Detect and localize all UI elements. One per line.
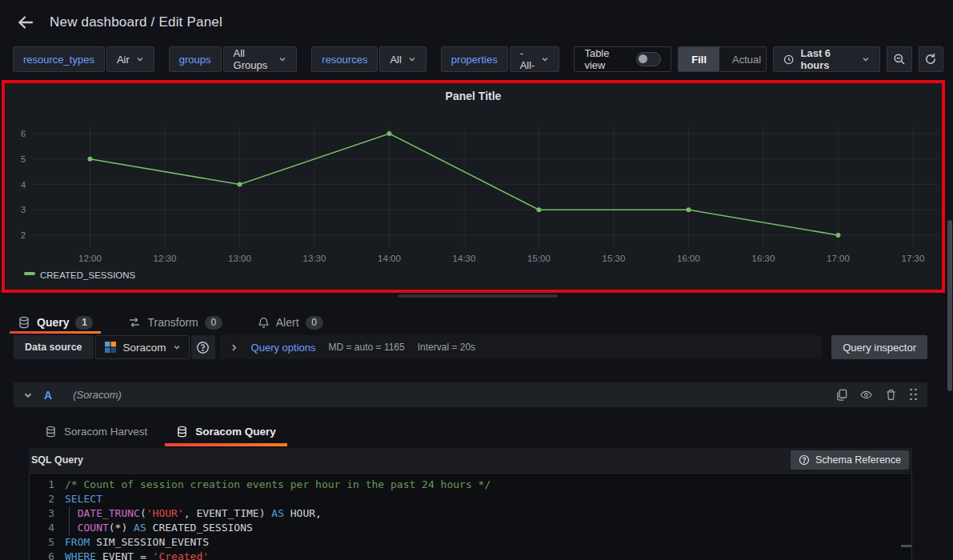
- datasource-name: Soracom: [123, 342, 166, 354]
- toggle-switch[interactable]: [636, 52, 661, 66]
- grafana-edit-panel-screen: New dashboard / Edit Panel resource_type…: [0, 0, 953, 560]
- svg-text:15:00: 15:00: [527, 254, 551, 263]
- filter-label-resources[interactable]: resources: [311, 46, 378, 72]
- svg-text:16:30: 16:30: [752, 254, 775, 263]
- magnifier-minus-icon: [893, 53, 906, 66]
- svg-text:2: 2: [21, 230, 26, 240]
- zoom-out-button[interactable]: [887, 46, 911, 72]
- svg-text:6: 6: [21, 129, 26, 138]
- datasource-help-button[interactable]: [191, 335, 215, 359]
- refresh-icon: [924, 53, 937, 66]
- question-circle-icon: [799, 454, 810, 466]
- query-options-link[interactable]: Query options: [251, 342, 316, 354]
- subtab-soracom-query[interactable]: Soracom Query: [165, 419, 287, 443]
- svg-text:14:30: 14:30: [453, 254, 476, 263]
- query-ref-id[interactable]: A: [44, 389, 52, 402]
- filter-label-properties[interactable]: properties: [441, 46, 508, 72]
- svg-text:16:00: 16:00: [677, 254, 700, 263]
- max-data-points-text: MD = auto = 1165: [329, 342, 405, 353]
- indent-guide: [69, 506, 70, 535]
- filter-properties: properties -All-: [441, 46, 560, 72]
- sql-query-header: SQL Query Schema Reference: [29, 448, 912, 472]
- database-icon: [18, 316, 30, 329]
- interval-text: Interval = 20s: [418, 342, 475, 353]
- chevron-down-icon: [408, 55, 416, 63]
- svg-text:5: 5: [21, 154, 26, 164]
- tab-alert[interactable]: Alert 0: [253, 314, 328, 331]
- query-editor-subtabs: Soracom Harvest Soracom Query: [34, 419, 287, 446]
- bell-icon: [258, 317, 270, 329]
- line-numbers: 123456: [30, 474, 54, 560]
- toggle-knob: [639, 54, 647, 63]
- time-range-picker[interactable]: Last 6 hours: [773, 46, 880, 72]
- query-inspector-button[interactable]: Query inspector: [831, 335, 927, 359]
- drag-handle-icon[interactable]: [910, 389, 918, 402]
- tab-transform[interactable]: Transform 0: [123, 314, 226, 331]
- duplicate-query-icon[interactable]: [835, 389, 847, 401]
- datasource-picker[interactable]: Soracom: [95, 335, 190, 359]
- arrow-left-icon: [17, 14, 34, 31]
- refresh-button[interactable]: [919, 46, 943, 72]
- svg-text:13:00: 13:00: [228, 254, 251, 263]
- delete-query-trash-icon[interactable]: [885, 389, 897, 401]
- database-icon: [45, 426, 57, 438]
- filter-resource-types: resource_types Air: [13, 46, 154, 72]
- filter-value-resource-types[interactable]: Air: [106, 46, 154, 72]
- chevron-down-icon: [136, 55, 144, 63]
- active-tab-underline: [10, 331, 101, 334]
- query-row-a: A (Soracom): [14, 382, 927, 407]
- timeseries-chart: 6543212:0012:3013:0013:3014:0014:3015:00…: [5, 83, 942, 290]
- toolbar: resource_types Air groups All Groups res…: [13, 46, 943, 73]
- datasource-row: Data source Soracom Query options MD = a…: [14, 335, 927, 359]
- code-line: SELECT: [65, 492, 491, 506]
- actual-button[interactable]: Actual: [719, 47, 767, 71]
- svg-text:12:30: 12:30: [154, 254, 177, 263]
- panel-resize-handle[interactable]: [398, 294, 558, 298]
- svg-text:12:00: 12:00: [78, 254, 102, 263]
- subtab-soracom-harvest[interactable]: Soracom Harvest: [34, 419, 158, 443]
- filter-value-resources[interactable]: All: [379, 46, 426, 72]
- view-mode-switch: Fill Actual: [678, 46, 767, 72]
- code-area[interactable]: /* Count of session creation events per …: [54, 474, 491, 560]
- filter-resources: resources All: [311, 46, 426, 72]
- query-count-badge: 1: [75, 316, 93, 330]
- filter-value-properties[interactable]: -All-: [510, 46, 560, 72]
- sql-code-editor[interactable]: 123456 /* Count of session creation even…: [29, 473, 912, 560]
- editor-scrollbar[interactable]: [901, 545, 912, 547]
- transform-icon: [128, 316, 141, 329]
- fill-button[interactable]: Fill: [679, 47, 719, 71]
- active-subtab-underline: [165, 443, 287, 446]
- hide-query-eye-icon[interactable]: [860, 389, 872, 401]
- tab-query[interactable]: Query 1: [13, 314, 98, 331]
- svg-text:17:30: 17:30: [902, 254, 925, 263]
- code-line: DATE_TRUNC('HOUR', EVENT_TIME) AS HOUR,: [65, 506, 491, 521]
- page-title: New dashboard / Edit Panel: [50, 14, 222, 30]
- back-button[interactable]: [10, 6, 42, 38]
- soracom-datasource-logo: [104, 341, 117, 354]
- code-line: /* Count of session creation events per …: [65, 478, 491, 492]
- datasource-label: Data source: [14, 335, 94, 359]
- filter-label-groups[interactable]: groups: [169, 46, 222, 72]
- edit-panel-preview: Panel Title 6543212:0012:3013:0013:3014:…: [2, 80, 945, 293]
- svg-text:15:30: 15:30: [603, 254, 626, 263]
- filter-value-groups[interactable]: All Groups: [223, 46, 298, 72]
- table-view-toggle[interactable]: Table view: [574, 46, 671, 72]
- code-line: WHERE EVENT = 'Created': [65, 550, 491, 560]
- svg-text:4: 4: [21, 180, 26, 190]
- editor-tabs: Query 1 Transform 0 Alert 0: [13, 314, 328, 331]
- sql-query-label: SQL Query: [29, 454, 83, 466]
- chevron-down-icon: [278, 55, 286, 63]
- transform-count-badge: 0: [205, 316, 222, 330]
- header: New dashboard / Edit Panel: [0, 0, 953, 45]
- schema-reference-button[interactable]: Schema Reference: [791, 450, 909, 470]
- database-icon: [176, 426, 188, 438]
- query-datasource-hint: (Soracom): [73, 389, 122, 401]
- collapse-chevron-icon[interactable]: [23, 390, 33, 400]
- filter-label-resource-types[interactable]: resource_types: [13, 46, 105, 72]
- page-scrollbar-thumb[interactable]: [947, 220, 952, 391]
- toolbar-right: Table view Fill Actual Last 6 hours: [574, 46, 943, 72]
- query-options-bar: Query options MD = auto = 1165 Interval …: [220, 335, 823, 359]
- svg-text:3: 3: [21, 205, 26, 214]
- question-circle-icon: [196, 341, 210, 354]
- chevron-right-icon[interactable]: [230, 343, 238, 352]
